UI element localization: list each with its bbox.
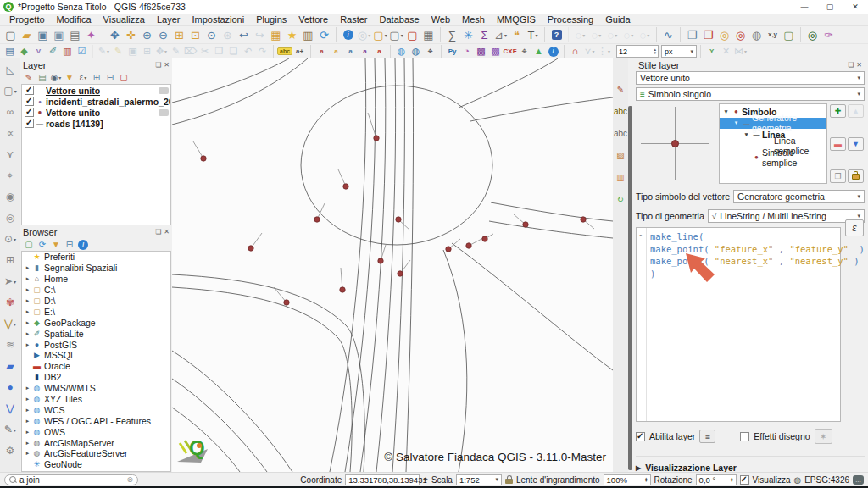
- statistical-summary-icon[interactable]: Σ: [476, 27, 492, 42]
- browser-item[interactable]: ▸ ▢ D:\: [22, 296, 170, 307]
- menu-item[interactable]: Vettore: [292, 14, 334, 25]
- browser-item[interactable]: ▸ ▢ E:\: [22, 306, 170, 317]
- collapse-all-icon[interactable]: ⊟: [103, 72, 117, 84]
- expand-arrow-icon[interactable]: ▾: [742, 131, 751, 138]
- expand-arrow-icon[interactable]: ▸: [24, 341, 31, 348]
- menu-item[interactable]: Database: [374, 14, 426, 25]
- advanced-digitizing-icon[interactable]: ⋮: [597, 45, 611, 58]
- browser-item[interactable]: ▸ ◆ GeoPackage: [22, 317, 170, 328]
- new-spatialite-icon[interactable]: ✐: [46, 45, 60, 58]
- blue-v-icon[interactable]: ⋁: [3, 401, 19, 416]
- digitize-circle-icon-2[interactable]: ◌: [588, 27, 604, 42]
- menu-item[interactable]: Layer: [151, 14, 186, 25]
- scale-lock-icon[interactable]: [505, 479, 513, 484]
- layer-row[interactable]: ● Vettore unito: [22, 107, 170, 118]
- modify-attributes-icon[interactable]: ✎: [169, 45, 183, 58]
- tab-history-icon[interactable]: ↻: [614, 192, 627, 208]
- menu-item[interactable]: Processing: [542, 14, 599, 25]
- close-panel-icon[interactable]: ✕: [164, 61, 170, 69]
- identify-features-icon[interactable]: i: [336, 27, 356, 42]
- open-attribute-table-icon[interactable]: ▦: [420, 27, 437, 42]
- browser-item[interactable]: ▸ ◍ ArcGisMapServer: [22, 437, 170, 448]
- close-panel-icon[interactable]: ✕: [856, 61, 862, 69]
- paste-features-icon[interactable]: ❏: [226, 45, 241, 58]
- save-edits-icon[interactable]: ▣: [125, 45, 140, 58]
- extent-select-icon[interactable]: ▢: [3, 83, 19, 98]
- browser-properties-icon[interactable]: i: [76, 239, 90, 251]
- browser-item[interactable]: ★ Preferiti: [22, 252, 170, 263]
- snapping-icon[interactable]: ∩: [564, 45, 582, 58]
- browser-item[interactable]: ▸ ▮ Segnalibri Spaziali: [22, 263, 170, 274]
- zoom-cancel-icon[interactable]: ◎: [732, 27, 748, 42]
- new-map-view-icon[interactable]: ▦: [268, 27, 284, 42]
- magnifier-spinbox[interactable]: 100% ▴▾: [604, 474, 651, 485]
- tracing-icon[interactable]: Y: [700, 45, 719, 58]
- layout-manager-icon[interactable]: ▤: [67, 27, 83, 42]
- copy-style-icon[interactable]: ❐: [680, 27, 700, 42]
- info-settings-icon[interactable]: i: [546, 45, 560, 58]
- join-tool-icon[interactable]: ∞: [3, 104, 19, 119]
- browser-item[interactable]: ▸ ▢ C:\: [22, 285, 170, 296]
- clear-search-icon[interactable]: ⊗: [126, 475, 133, 484]
- layer-row[interactable]: — roads [14139]: [22, 118, 170, 129]
- pin-labels-icon[interactable]: a: [310, 45, 329, 58]
- plugin-icon-2[interactable]: ▩: [474, 45, 488, 58]
- strokes-icon[interactable]: ≋: [3, 337, 19, 352]
- menu-item[interactable]: Mesh: [456, 14, 491, 25]
- float-panel-icon[interactable]: ❏: [155, 61, 161, 69]
- digitize-circle-icon-4[interactable]: ◌: [620, 27, 637, 42]
- highlight-labels-icon[interactable]: a: [329, 45, 343, 58]
- browser-item[interactable]: ▶ MSSQL: [22, 350, 170, 361]
- change-label-icon[interactable]: a: [372, 45, 387, 58]
- browser-item[interactable]: ▸ ● PostGIS: [22, 339, 170, 350]
- layer-row[interactable]: Vettore unito: [22, 85, 170, 96]
- globe-tool-icon[interactable]: ◍: [748, 27, 765, 42]
- expand-arrow-icon[interactable]: ▸: [24, 385, 31, 391]
- map-canvas[interactable]: Q © Salvatore Fiandaca QGIS - 3.11.0-Mas…: [172, 58, 613, 472]
- refresh-browser-icon[interactable]: ⟳: [36, 239, 49, 251]
- spinbox-steppers[interactable]: ▴▾: [645, 477, 648, 483]
- delete-selected-icon[interactable]: ⌦: [183, 45, 198, 58]
- zoom-next-icon[interactable]: ↪: [252, 27, 268, 42]
- tab-masks-icon[interactable]: abc: [614, 126, 627, 141]
- paste-style-icon[interactable]: ❐: [700, 27, 716, 42]
- layer-row[interactable]: ● incidenti_stradali_palermo_2018 [: [22, 96, 170, 107]
- browser-item[interactable]: ▸ ⌂ Home: [22, 274, 170, 285]
- close-button[interactable]: ✕: [843, 0, 868, 14]
- select-by-value-icon[interactable]: ◎: [356, 27, 372, 42]
- tracing-config-icon[interactable]: ⋈: [733, 45, 748, 58]
- data-source-manager-icon[interactable]: ▤: [3, 45, 17, 58]
- maximize-button[interactable]: ▢: [817, 0, 843, 14]
- blue-circle-icon[interactable]: ●: [3, 380, 19, 395]
- deselect-features-icon[interactable]: ▢: [404, 27, 420, 42]
- browser-item[interactable]: ▸ ◍ WCS: [22, 404, 170, 415]
- zoom-in-icon[interactable]: ⊕: [139, 27, 155, 42]
- digitize-circle-icon-5[interactable]: ◌: [637, 27, 653, 42]
- tab-labels-icon[interactable]: abc: [614, 104, 627, 119]
- menu-item[interactable]: Raster: [334, 14, 373, 25]
- add-group-icon[interactable]: ▤: [36, 72, 49, 84]
- expand-arrow-icon[interactable]: ▾: [732, 119, 741, 126]
- layer-visibility-checkbox[interactable]: [25, 108, 34, 117]
- expand-arrow-icon[interactable]: ▸: [24, 286, 31, 293]
- symbol-tree-row[interactable]: ● Simbolo semplice: [720, 152, 826, 164]
- python-console-icon[interactable]: Py: [441, 45, 459, 58]
- data-defined-override-button[interactable]: ≣: [699, 430, 715, 443]
- point-tool-icon[interactable]: ⌖: [3, 168, 19, 183]
- expand-arrow-icon[interactable]: ▸: [24, 396, 31, 402]
- map-tips-icon[interactable]: ❝: [509, 27, 525, 42]
- expression-builder-button[interactable]: ε: [845, 219, 864, 236]
- expand-arrow-icon[interactable]: ▸: [24, 275, 31, 282]
- pan-to-selection-icon[interactable]: ✜: [123, 27, 139, 42]
- expand-all-icon[interactable]: ⊞: [90, 72, 103, 84]
- paint-v-icon[interactable]: ⋁: [3, 316, 19, 331]
- extent-capture-icon[interactable]: ▢: [781, 27, 797, 42]
- add-selected-layers-icon[interactable]: ▢: [22, 239, 36, 251]
- expand-arrow-icon[interactable]: ▸: [24, 330, 31, 337]
- browser-item[interactable]: ▬ Oracle: [22, 361, 170, 372]
- settings-gear-icon[interactable]: ⚙: [3, 443, 19, 458]
- new-virtual-layer-icon[interactable]: ▥: [60, 45, 75, 58]
- browser-item[interactable]: ✳ GeoNode: [22, 459, 170, 470]
- zoom-last-icon[interactable]: ↩: [236, 27, 252, 42]
- digitize-circle-icon-1[interactable]: ◌: [568, 27, 588, 42]
